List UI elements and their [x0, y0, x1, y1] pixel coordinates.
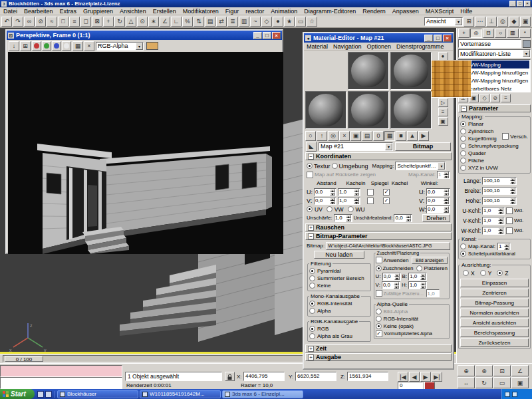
w-angle-field[interactable]: 0,0 [426, 205, 450, 213]
show-end-result-icon[interactable]: ■ [396, 131, 406, 141]
quick-render-icon[interactable]: ☆ [307, 17, 317, 27]
filter-option[interactable]: Keine [309, 282, 369, 289]
put-to-library-icon[interactable]: ▤ [362, 131, 372, 141]
v-offset-field[interactable]: 0,0 [314, 197, 336, 205]
time-slider-handle[interactable]: 0 / 100 [5, 356, 43, 362]
sample-slot-active[interactable] [430, 60, 471, 98]
maximize-button[interactable]: □ [517, 1, 523, 7]
tab-motion[interactable]: ○ [495, 29, 506, 38]
quick-launch-icon[interactable] [45, 391, 52, 398]
undo-icon[interactable]: ↶ [1, 17, 12, 27]
minimize-button[interactable]: _ [509, 1, 516, 7]
play-button[interactable]: ▶ [420, 372, 431, 382]
select-and-link-icon[interactable]: ∞ [24, 17, 35, 27]
minimize-button[interactable]: _ [253, 32, 262, 39]
zoom-extents-button[interactable]: ⊡ [493, 365, 511, 376]
menu-item[interactable]: Bearbeiten [21, 8, 57, 15]
rectangular-selection-icon[interactable]: ◻ [80, 17, 91, 27]
spinner-snap-icon[interactable]: ⇅ [194, 17, 204, 27]
render-last-icon[interactable]: ◆ [509, 17, 519, 27]
mono-output-option[interactable]: Alpha [309, 307, 369, 315]
u-tile-checkbox[interactable] [383, 189, 390, 196]
material-type-button[interactable]: Bitmap [395, 142, 451, 151]
clear-image-icon[interactable]: × [84, 41, 94, 51]
make-preview-icon[interactable]: ▷ [438, 98, 448, 107]
filter-option[interactable]: Summierter Bereich [309, 275, 369, 282]
v-tile-checkbox[interactable] [383, 198, 390, 204]
v-tile-field[interactable]: 1,0 [482, 217, 505, 225]
map-channel-field[interactable]: 1 [497, 243, 511, 250]
reload-button[interactable]: Neu laden [314, 251, 364, 259]
place-radio[interactable] [416, 265, 422, 271]
red-channel-button[interactable] [32, 41, 41, 51]
menu-item[interactable]: reactor [242, 8, 267, 15]
spacing-tool-icon[interactable]: ⋯ [475, 17, 485, 27]
start-button[interactable]: Start [0, 389, 35, 399]
v-tiling-field[interactable]: 1,0 [338, 197, 360, 205]
menu-item[interactable]: Navigation [331, 43, 364, 50]
unlink-selection-icon[interactable]: ⊘ [35, 17, 46, 27]
alignment-button[interactable]: Einpassen [460, 279, 529, 287]
material-name-select[interactable]: Map #21 ▾ [319, 142, 393, 151]
object-name-field[interactable]: Vorterrasse [458, 39, 521, 48]
render-window-titlebar[interactable]: ⊡ Perspektive, Frame 0 (1:1) _ □ × [7, 31, 282, 40]
tray-icon[interactable] [512, 392, 517, 397]
put-material-icon[interactable]: ↑ [317, 131, 327, 141]
make-unique-icon[interactable]: ◇ [479, 94, 489, 102]
selection-lock-toggle[interactable] [225, 372, 235, 381]
w-flip-checkbox[interactable] [506, 227, 513, 234]
x-coordinate-field[interactable]: 4406,795 [243, 372, 285, 381]
crop-v-field[interactable]: 0,0 [382, 281, 400, 289]
layer-manager-icon[interactable]: ▥ [239, 17, 249, 27]
menu-item[interactable]: Hilfe [457, 8, 475, 15]
uvw-axis-option[interactable]: UV [307, 205, 323, 213]
textur-radio[interactable] [307, 163, 313, 169]
axis-option[interactable]: Y [480, 269, 492, 277]
menu-item[interactable]: Material [304, 43, 331, 50]
mirror-icon[interactable]: ⇄ [216, 17, 227, 27]
taskbar-item[interactable]: 3ds max 6 - Einzelpl... [222, 390, 303, 398]
crop-u-field[interactable]: 0,0 [382, 273, 401, 281]
menu-item[interactable]: Anpassen [389, 8, 422, 15]
align-icon[interactable]: ≣ [227, 17, 238, 27]
blue-channel-button[interactable] [52, 41, 61, 51]
map-channel-field[interactable]: 1 [437, 171, 450, 179]
arc-rotate-button[interactable]: ↻ [475, 377, 493, 388]
redo-icon[interactable]: ↷ [13, 17, 23, 27]
go-to-parent-icon[interactable]: ▲ [407, 131, 418, 141]
green-channel-button[interactable] [42, 41, 51, 51]
snap-toggle-icon[interactable]: ∠ [160, 17, 170, 27]
alignment-button[interactable]: Zurücksetzen [460, 338, 529, 347]
tray-icon[interactable] [505, 392, 510, 397]
assign-material-icon[interactable]: ◎ [328, 131, 338, 141]
reference-coordinate-select[interactable]: Ansicht ▾ [424, 17, 463, 26]
u-angle-field[interactable]: 0,0 [426, 188, 450, 196]
menu-item[interactable]: Extras [57, 8, 80, 15]
menu-item[interactable]: Dienstprogramme [394, 43, 447, 50]
u-flip-checkbox[interactable] [506, 207, 513, 214]
close-button[interactable]: × [524, 1, 531, 7]
material-id-icon[interactable]: 0 [373, 131, 384, 141]
select-by-material-icon[interactable]: ▣ [438, 117, 448, 126]
render-type-icon[interactable]: ▭ [295, 17, 306, 27]
remove-modifier-icon[interactable]: ⊘ [490, 94, 500, 102]
pan-button[interactable]: ↔ [458, 377, 475, 388]
rauschen-rollout-header[interactable]: + Rauschen [305, 223, 452, 231]
taskbar-item[interactable]: W10118554191642M... [140, 390, 221, 398]
mono-output-option[interactable]: RGB-Intensität [309, 300, 369, 307]
zeit-rollout-header[interactable]: + Zeit [305, 344, 452, 352]
percent-snap-icon[interactable]: % [182, 17, 193, 27]
mapping-option[interactable]: Quader [460, 150, 529, 157]
menu-item[interactable]: MAXScript [422, 8, 458, 15]
tab-modify[interactable]: ◎ [470, 29, 481, 38]
menu-item[interactable]: Datei [0, 8, 21, 15]
options-icon[interactable]: ≡ [438, 108, 448, 116]
blur-field[interactable]: 1,0 [334, 214, 352, 222]
show-map-in-viewport-icon[interactable]: ▦ [384, 131, 395, 141]
quick-launch-icon[interactable] [37, 391, 44, 398]
tab-create[interactable]: + [458, 29, 469, 38]
maxscript-mini-listener[interactable] [0, 377, 122, 389]
mapping-option[interactable]: Planar [460, 120, 529, 128]
close-button[interactable]: × [272, 32, 281, 39]
min-max-toggle-button[interactable]: ▣ [511, 377, 529, 388]
